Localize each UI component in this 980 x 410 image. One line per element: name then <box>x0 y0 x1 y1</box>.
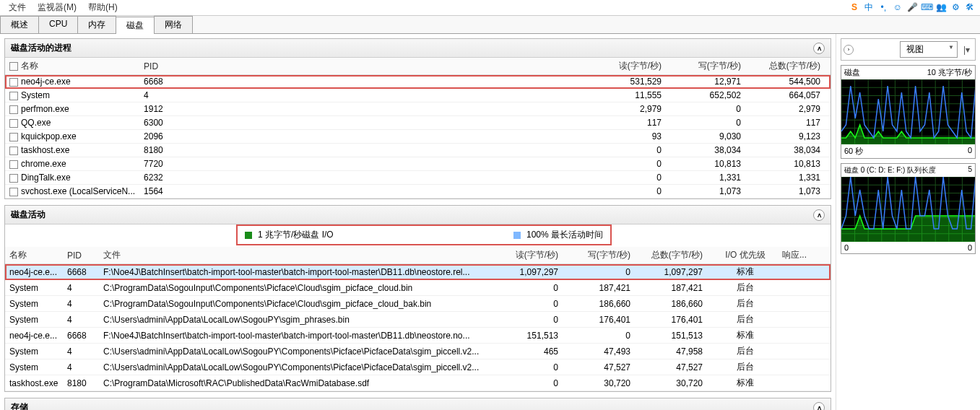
menu-file[interactable]: 文件 <box>3 0 32 15</box>
tray-icon-s[interactable]: S <box>849 1 860 13</box>
chart-disk-io: 磁盘 10 兆字节/秒 60 秒 0 <box>841 65 976 159</box>
menu-bar: 文件 监视器(M) 帮助(H) S 中 •ˌ ☺ 🎤 ⌨ 👥 ⚙ 🛠 <box>0 0 980 16</box>
tray-icon-people[interactable]: 👥 <box>935 1 947 13</box>
tray-icons: S 中 •ˌ ☺ 🎤 ⌨ 👥 ⚙ 🛠 <box>849 1 976 13</box>
collapse-button[interactable]: ʌ <box>813 209 825 221</box>
tray-icon-punct[interactable]: •ˌ <box>877 1 889 13</box>
tab-strip: 概述 CPU 内存 磁盘 网络 <box>0 16 980 34</box>
tray-icon-keyboard[interactable]: ⌨ <box>921 1 932 13</box>
table-row[interactable]: System411,555652,502664,057 <box>5 89 831 102</box>
tray-icon-lang[interactable]: 中 <box>863 1 875 13</box>
table-row[interactable]: neo4j-ce.exe6668531,52912,971544,500 <box>5 75 831 89</box>
chart1-rate: 10 兆字节/秒 <box>927 67 972 78</box>
table-row[interactable]: perfmon.exe19122,97902,979 <box>5 102 831 116</box>
col-write[interactable]: 写(字节/秒) <box>568 247 641 264</box>
table-row[interactable]: System4C:\Users\admini\AppData\LocalLow\… <box>5 312 831 328</box>
legend-green-icon <box>245 232 252 239</box>
table-row[interactable]: DingTalk.exe623201,3311,331 <box>5 171 831 185</box>
col-write[interactable]: 写(字节/秒) <box>672 58 751 75</box>
col-pid[interactable]: PID <box>139 58 197 75</box>
table-row[interactable]: svchost.exe (LocalServiceN...156401,0731… <box>5 185 831 199</box>
table-row[interactable]: taskhost.exe8180038,03438,034 <box>5 144 831 157</box>
table-row[interactable]: System4C:\ProgramData\SogouInput\Compone… <box>5 280 831 296</box>
legend-blue-icon <box>513 232 521 239</box>
tray-icon-gear[interactable]: ⚙ <box>950 1 961 13</box>
table-row[interactable]: neo4j-ce.e...6668F:\Noe4J\BatchInsert\ba… <box>5 328 831 344</box>
chart2-zero: 0 <box>968 243 972 252</box>
tab-network[interactable]: 网络 <box>154 16 193 33</box>
chart2-title: 磁盘 0 (C: D: E: F:) 队列长度 <box>844 165 936 175</box>
tray-icon-mic[interactable]: 🎤 <box>906 1 918 13</box>
table-row[interactable]: chrome.exe7720010,81310,813 <box>5 157 831 171</box>
tab-overview[interactable]: 概述 <box>0 16 39 33</box>
col-name[interactable]: 名称 <box>5 58 139 75</box>
col-read[interactable]: 读(字节/秒) <box>503 247 568 264</box>
chart1-xlabel: 60 秒 <box>844 146 863 157</box>
tray-icon-smile[interactable]: ☺ <box>892 1 903 13</box>
view-dropdown[interactable]: 视图 <box>900 41 958 58</box>
col-name[interactable]: 名称 <box>5 247 63 264</box>
collapse-button[interactable]: ʌ <box>813 402 825 411</box>
table-row[interactable]: QQ.exe63001170117 <box>5 116 831 130</box>
table-row[interactable]: kquickpop.exe2096939,0309,123 <box>5 130 831 144</box>
panel-title-storage: 存储 <box>11 401 28 410</box>
sidebar-collapse-button[interactable]: › <box>844 45 854 55</box>
col-total[interactable]: 总数(字节/秒) <box>641 247 713 264</box>
panel-storage: 存储 ʌ 逻辑磁盘 物理磁盘 活动时间 (%) 可用空间 (MB) 总空间 (M… <box>4 398 831 410</box>
activity-legend: 1 兆字节/秒磁盘 I/O 100% 最长活动时间 <box>236 224 612 245</box>
table-row[interactable]: System4C:\Users\admini\AppData\LocalLow\… <box>5 344 831 359</box>
table-row[interactable]: System4C:\Users\admini\AppData\LocalLow\… <box>5 359 831 375</box>
panel-title-activity: 磁盘活动 <box>11 209 45 221</box>
menu-help[interactable]: 帮助(H) <box>82 0 123 15</box>
chart1-title: 磁盘 <box>844 67 860 78</box>
tray-icon-wrench[interactable]: 🛠 <box>964 1 976 13</box>
table-row[interactable]: neo4j-ce.e...6668F:\Noe4J\BatchInsert\ba… <box>5 264 831 280</box>
col-read[interactable]: 读(字节/秒) <box>592 58 672 75</box>
chart2-xlabel: 0 <box>844 243 849 252</box>
legend-active-label: 100% 最长活动时间 <box>526 229 603 241</box>
panel-title-processes: 磁盘活动的进程 <box>11 42 71 54</box>
tab-cpu[interactable]: CPU <box>38 16 78 33</box>
col-file[interactable]: 文件 <box>99 247 503 264</box>
graph-sidebar: › 视图 |▾ 磁盘 10 兆字节/秒 60 秒 0 磁盘 0 (C: D: E… <box>836 34 980 410</box>
tab-disk[interactable]: 磁盘 <box>116 17 155 34</box>
legend-io-label: 1 兆字节/秒磁盘 I/O <box>258 229 334 241</box>
table-row[interactable]: taskhost.exe8180C:\ProgramData\Microsoft… <box>5 375 831 391</box>
table-row[interactable]: System4C:\ProgramData\SogouInput\Compone… <box>5 296 831 312</box>
panel-disk-processes: 磁盘活动的进程 ʌ 名称 PID 读(字节/秒) 写(字节/秒) 总数(字节/秒… <box>4 38 831 199</box>
processes-table[interactable]: 名称 PID 读(字节/秒) 写(字节/秒) 总数(字节/秒) neo4j-ce… <box>5 58 831 199</box>
tab-memory[interactable]: 内存 <box>77 16 116 33</box>
col-pid[interactable]: PID <box>63 247 99 264</box>
chart2-rate: 5 <box>968 165 972 175</box>
chart-disk-queue: 磁盘 0 (C: D: E: F:) 队列长度 5 0 0 <box>841 163 976 254</box>
chart1-zero: 0 <box>968 146 972 157</box>
col-resp[interactable]: 响应... <box>778 247 831 264</box>
collapse-button[interactable]: ʌ <box>813 43 825 54</box>
menu-monitor[interactable]: 监视器(M) <box>32 0 82 15</box>
panel-disk-activity: 磁盘活动 ʌ 1 兆字节/秒磁盘 I/O 100% 最长活动时间 名称 PID … <box>4 205 831 392</box>
col-total[interactable]: 总数(字节/秒) <box>751 58 831 75</box>
col-priority[interactable]: I/O 优先级 <box>713 247 778 264</box>
activity-table[interactable]: 名称 PID 文件 读(字节/秒) 写(字节/秒) 总数(字节/秒) I/O 优… <box>5 247 831 391</box>
